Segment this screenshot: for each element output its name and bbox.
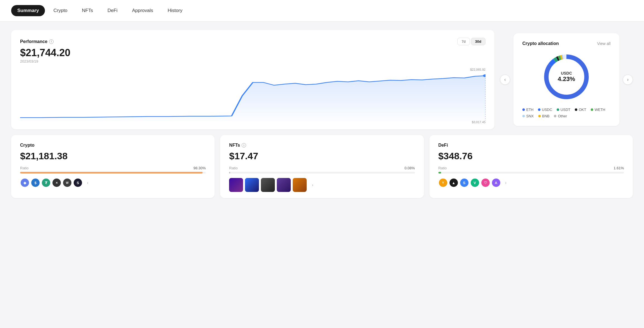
main-content: Performance i 7d 30d $21,744.20 2023/03/…: [0, 22, 644, 206]
legend-usdc: USDC: [538, 108, 552, 112]
eth-dot: [522, 108, 525, 111]
snx-label: SNX: [526, 114, 534, 118]
crypto-ratio-label: Ratio: [20, 166, 28, 170]
bottom-row: Crypto $21,181.38 Ratio 98.30% ◆ $ ₮ ✕ W…: [11, 135, 633, 198]
legend-eth: ETH: [522, 108, 534, 112]
defi-icon-2: ▲: [449, 178, 458, 187]
weth-dot: [591, 108, 593, 111]
defi-amount: $348.76: [438, 151, 624, 161]
legend-snx: SNX: [522, 114, 534, 118]
nft-thumb-2: [245, 178, 259, 192]
donut-chart: USDC 4.23%: [541, 52, 592, 102]
donut-center-pct: 4.23%: [558, 75, 575, 83]
performance-card: Performance i 7d 30d $21,744.20 2023/03/…: [11, 30, 494, 129]
alloc-header: Crypto allocation View all: [522, 41, 611, 46]
nfts-ratio-row: Ratio 0.08%: [229, 166, 415, 170]
eth-icon: ◆: [20, 178, 30, 187]
bnb-label: BNB: [542, 114, 550, 118]
defi-progress-bg: [438, 172, 624, 173]
next-arrow[interactable]: ›: [623, 75, 633, 85]
snx-dot: [522, 115, 525, 117]
nav-history[interactable]: History: [162, 5, 189, 16]
nfts-summary-card: NFTs i $17.47 Ratio 0.08% ›: [220, 135, 424, 198]
donut-wrapper: USDC 4.23%: [522, 52, 611, 102]
crypto-title-label: Crypto: [20, 143, 35, 148]
defi-icon-4: V: [470, 178, 480, 187]
usdc-dot: [538, 108, 540, 111]
defi-token-icons: Y ▲ S V ♡ A ›: [438, 178, 624, 187]
defi-progress-fill: [438, 172, 441, 173]
period-30d[interactable]: 30d: [471, 38, 486, 45]
defi-chevron[interactable]: ›: [502, 179, 510, 187]
usdt-label: USDT: [561, 108, 570, 112]
nfts-info-icon[interactable]: i: [242, 143, 246, 148]
crypto-progress-fill: [20, 172, 203, 173]
crypto-ratio-pct: 98.30%: [193, 166, 206, 170]
donut-center: USDC 4.23%: [558, 71, 575, 83]
okt-icon: ✕: [52, 178, 61, 187]
nft-thumb-1: [229, 178, 243, 192]
defi-ratio-row: Ratio 1.61%: [438, 166, 624, 170]
performance-label: Performance: [20, 39, 47, 44]
defi-ratio-label: Ratio: [438, 166, 447, 170]
eth-label: ETH: [526, 108, 534, 112]
legend-weth: WETH: [591, 108, 605, 112]
view-all-link[interactable]: View all: [597, 41, 611, 46]
crypto-card-title: Crypto: [20, 143, 206, 148]
usdt-dot: [557, 108, 559, 111]
perf-title: Performance i: [20, 39, 54, 44]
chart-low-label: $3,017.45: [472, 120, 486, 124]
nav-approvals[interactable]: Approvals: [126, 5, 159, 16]
defi-icon-3: S: [460, 178, 469, 187]
nfts-title-label: NFTs: [229, 143, 240, 148]
crypto-amount: $21,181.38: [20, 151, 206, 161]
nfts-progress-bg: [229, 172, 415, 173]
crypto-chevron[interactable]: ›: [84, 179, 92, 187]
defi-title-label: DeFi: [438, 143, 448, 148]
nfts-token-icons: ›: [229, 178, 415, 192]
other-dot: [554, 115, 556, 117]
crypto-summary-card: Crypto $21,181.38 Ratio 98.30% ◆ $ ₮ ✕ W…: [11, 135, 215, 198]
defi-icon-5: ♡: [481, 178, 490, 187]
bnb-dot: [538, 115, 541, 117]
usdc-label: USDC: [542, 108, 552, 112]
nft-thumb-4: [277, 178, 291, 192]
performance-amount: $21,744.20: [20, 47, 486, 59]
defi-summary-card: DeFi $348.76 Ratio 1.61% Y ▲ S V ♡ A ›: [429, 135, 633, 198]
nav-defi[interactable]: DeFi: [101, 5, 124, 16]
weth-label: WETH: [595, 108, 605, 112]
nav-crypto[interactable]: Crypto: [47, 5, 73, 16]
chart-svg: [20, 68, 486, 121]
other-label: Other: [558, 114, 567, 118]
nav-summary[interactable]: Summary: [11, 5, 45, 16]
defi-card-title: DeFi: [438, 143, 624, 148]
crypto-allocation-card: Crypto allocation View all: [513, 33, 619, 126]
nfts-ratio-pct: 0.08%: [405, 166, 415, 170]
crypto-token-icons: ◆ $ ₮ ✕ W S ›: [20, 178, 206, 187]
top-navigation: Summary Crypto NFTs DeFi Approvals Histo…: [0, 0, 644, 22]
nav-nfts[interactable]: NFTs: [76, 5, 99, 16]
legend-usdt: USDT: [557, 108, 570, 112]
okt-dot: [575, 108, 577, 111]
okt-label: OKT: [579, 108, 586, 112]
prev-arrow[interactable]: ‹: [500, 75, 510, 85]
allocation-legend: ETH USDC USDT OKT: [522, 108, 611, 118]
usdc-icon: $: [31, 178, 40, 187]
legend-okt: OKT: [575, 108, 586, 112]
performance-chart: $22,065.92: [20, 68, 486, 124]
nft-thumb-5: [293, 178, 307, 192]
nfts-chevron[interactable]: ›: [309, 181, 316, 189]
performance-date: 2023/03/19: [20, 59, 486, 63]
donut-center-label: USDC: [558, 71, 575, 75]
perf-header: Performance i 7d 30d: [20, 38, 486, 45]
usdt-icon: ₮: [41, 178, 51, 187]
nfts-progress-fill: [229, 172, 230, 173]
crypto-progress-bg: [20, 172, 206, 173]
top-row: Performance i 7d 30d $21,744.20 2023/03/…: [11, 30, 633, 129]
nfts-card-title: NFTs i: [229, 143, 415, 148]
period-buttons: 7d 30d: [457, 38, 486, 45]
legend-bnb: BNB: [538, 114, 550, 118]
nft-thumb-3: [261, 178, 275, 192]
period-7d[interactable]: 7d: [457, 38, 470, 45]
performance-info-icon[interactable]: i: [49, 39, 54, 44]
